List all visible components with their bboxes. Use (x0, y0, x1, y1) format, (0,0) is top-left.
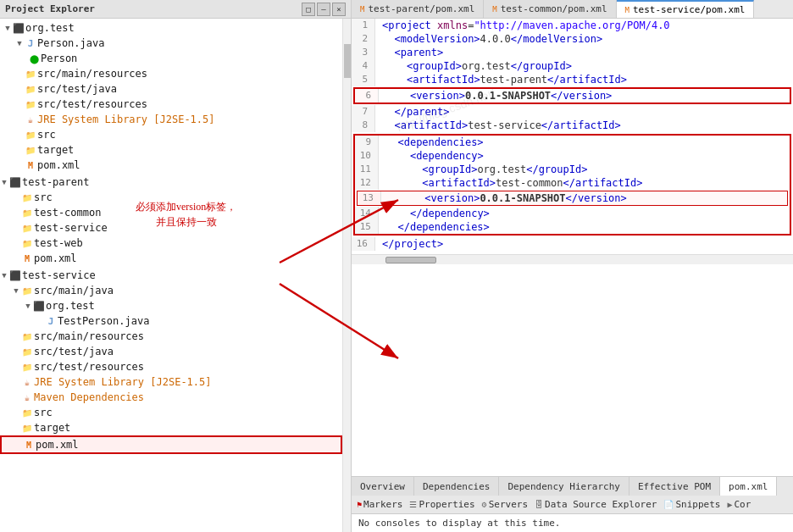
left-scrollbar[interactable] (342, 19, 351, 532)
list-item[interactable]: ▶ 📁 test-web (0, 236, 342, 251)
panel-header: Project Explorer □ – × (0, 0, 351, 19)
code-line-6: 6 <version>0.0.1-SNAPSHOT</version> (353, 87, 791, 104)
green-circle-icon: ⬤ (27, 52, 41, 65)
tree-node-label: pom.xml (34, 252, 77, 264)
list-item[interactable]: ▶ 📁 test-common (0, 205, 342, 220)
minimize-button[interactable]: □ (302, 3, 315, 16)
src-folder-icon: 📁 (24, 67, 37, 80)
expand-icon: ▶ (15, 143, 24, 157)
tab-overview[interactable]: Overview (352, 477, 414, 496)
list-item[interactable]: ▶ J TestPerson.java (0, 313, 342, 329)
expand-icon: ▶ (12, 421, 20, 435)
tab-effective-pom[interactable]: Effective POM (629, 477, 720, 496)
servers-icon: ⚙ (482, 500, 487, 509)
markers-toolbar-item[interactable]: ⚑ Markers (357, 499, 402, 510)
list-item[interactable]: ▶ 📁 src (0, 127, 342, 142)
folder-icon: 📁 (20, 284, 34, 297)
list-item[interactable]: ▼ ⬛ test-service (0, 268, 342, 283)
tab-test-parent-pom[interactable]: M test-parent/pom.xml (352, 0, 484, 18)
list-item[interactable]: ▶ 📁 src/test/java (0, 81, 342, 97)
xml-icon: M (22, 438, 36, 452)
console-toolbar-item[interactable]: ▶ Cor (727, 499, 751, 510)
expand-icon: ▶ (12, 191, 20, 204)
project-icon: ⬛ (8, 269, 22, 282)
tree-node-label: test-parent (22, 176, 89, 188)
tree-node-label: src (34, 407, 53, 418)
xml-icon: M (24, 158, 37, 172)
tree-node-label: org.test (25, 22, 75, 34)
maximize-button[interactable]: – (317, 3, 330, 16)
close-button[interactable]: × (332, 3, 346, 16)
xml-tab-icon: M (360, 5, 364, 14)
tab-test-common-pom[interactable]: M test-common/pom.xml (484, 0, 616, 18)
tree-node-label: target (34, 422, 70, 434)
folder-icon: 📁 (20, 221, 34, 235)
list-item[interactable]: ▶ 📁 target (0, 142, 342, 158)
scrollbar-thumb[interactable] (344, 44, 351, 78)
expand-icon: ▼ (15, 36, 24, 50)
list-item[interactable]: ▶ 📁 src (0, 405, 342, 420)
properties-toolbar-item[interactable]: ☰ Properties (409, 499, 474, 510)
expand-icon: ▶ (12, 252, 20, 265)
tab-pom-xml[interactable]: pom.xml (720, 477, 777, 496)
java-file-icon: J (24, 36, 37, 50)
tree-node-label: target (37, 144, 74, 156)
list-item[interactable]: ▼ J Person.java (0, 36, 342, 51)
data-source-explorer-toolbar-item[interactable]: 🗄 Data Source Explorer (535, 499, 657, 510)
tree-node-label: src/main/java (34, 285, 114, 296)
list-item[interactable]: ▼ 📁 src/main/java (0, 283, 342, 298)
list-item[interactable]: ▶ 📁 src/test/resources (0, 359, 342, 374)
list-item[interactable]: ▶ ☕ JRE System Library [J2SE-1.5] (0, 374, 342, 390)
tab-test-service-pom[interactable]: M test-service/pom.xml (617, 0, 755, 18)
list-item[interactable]: ▶ M pom.xml (0, 435, 342, 454)
tab-dependency-hierarchy[interactable]: Dependency Hierarchy (499, 477, 629, 496)
folder-icon: 📁 (24, 82, 37, 96)
list-item[interactable]: ▶ M pom.xml (0, 251, 342, 266)
expand-icon: ▶ (15, 158, 24, 172)
code-line-11: 11 <groupId>org.test</groupId> (355, 163, 790, 176)
folder-icon: 📁 (24, 128, 37, 141)
tab-dependencies[interactable]: Dependencies (414, 477, 499, 496)
folder-icon: 📁 (24, 143, 37, 157)
horizontal-scrollbar[interactable] (352, 254, 793, 264)
list-item[interactable]: ▶ ☕ Maven Dependencies (0, 390, 342, 405)
folder-icon: 📁 (20, 360, 34, 374)
code-line-15: 15 </dependencies> (355, 220, 790, 234)
expand-icon: ▶ (12, 345, 20, 358)
list-item[interactable]: ⬤ Person (0, 51, 342, 66)
list-item[interactable]: ▼ ⬛ org.test (0, 20, 342, 36)
tree-node-label: src/main/resources (37, 68, 147, 80)
snippets-toolbar-item[interactable]: 📄 Snippets (663, 499, 720, 510)
folder-icon: 📁 (20, 236, 34, 250)
folder-icon: 📁 (20, 191, 34, 204)
list-item[interactable]: ▼ ⬛ test-parent (0, 175, 342, 190)
list-item[interactable]: ▶ 📁 src/test/java (0, 344, 342, 359)
xml-tab-icon: M (492, 5, 496, 14)
tree-node-label: src/test/java (37, 83, 117, 95)
expand-icon: ▶ (12, 330, 20, 343)
list-item[interactable]: ▶ 📁 src/main/resources (0, 66, 342, 81)
properties-icon: ☰ (409, 500, 417, 509)
expand-icon: ▶ (15, 82, 24, 96)
folder-icon: 📁 (20, 406, 34, 419)
list-item[interactable]: ▶ 📁 src/main/resources (0, 329, 342, 344)
tree-node-label: Person (41, 53, 77, 64)
tree-node-label: JRE System Library [J2SE-1.5] (34, 376, 212, 388)
status-text: No consoles to display at this time. (358, 518, 560, 529)
list-item[interactable]: ▶ ☕ JRE System Library [J2SE-1.5] (0, 112, 342, 127)
list-item[interactable]: ▶ 📁 src (0, 190, 342, 205)
tree-node-label: src/test/resources (37, 98, 147, 110)
list-item[interactable]: ▶ M pom.xml (0, 158, 342, 173)
tree-node-label: Person.java (37, 37, 104, 49)
code-line-8: 8 <artifactId>test-service</artifactId> (352, 119, 793, 132)
scrollbar-thumb-h[interactable] (385, 257, 436, 263)
xml-tab-icon: M (625, 6, 629, 14)
list-item[interactable]: ▶ 📁 target (0, 420, 342, 435)
list-item[interactable]: ▼ ⬛ org.test (0, 298, 342, 313)
bottom-tab-section: Overview Dependencies Dependency Hierarc… (352, 476, 793, 532)
markers-icon: ⚑ (357, 500, 362, 509)
servers-toolbar-item[interactable]: ⚙ Servers (482, 499, 528, 510)
folder-icon: 📁 (20, 330, 34, 343)
list-item[interactable]: ▶ 📁 test-service (0, 220, 342, 236)
list-item[interactable]: ▶ 📁 src/test/resources (0, 97, 342, 112)
